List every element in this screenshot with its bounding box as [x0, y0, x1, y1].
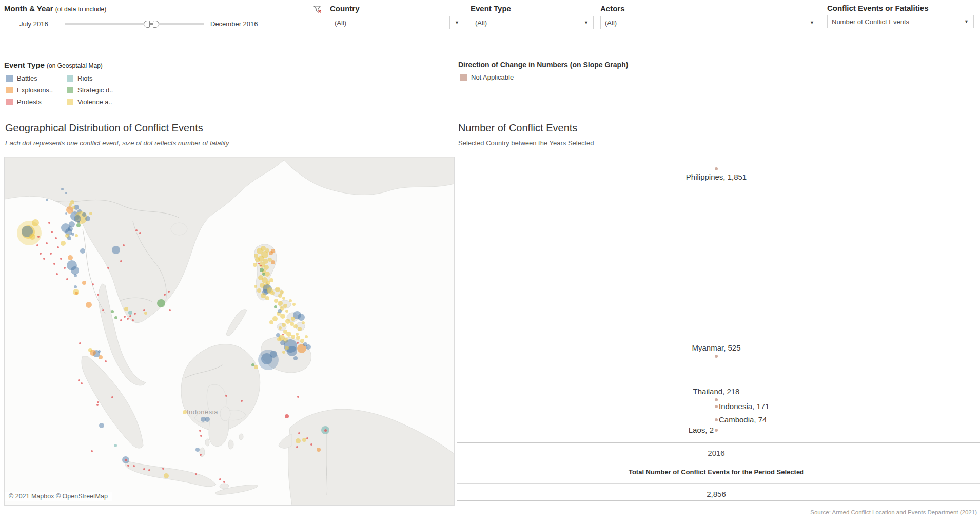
- map-event-dot[interactable]: [79, 342, 81, 344]
- slope-dot-thailand[interactable]: [715, 398, 718, 401]
- slider-handle-left[interactable]: [144, 21, 150, 28]
- map-event-dot[interactable]: [282, 297, 285, 300]
- map-event-dot[interactable]: [324, 429, 327, 432]
- map-event-dot[interactable]: [296, 446, 298, 448]
- map-event-dot[interactable]: [254, 285, 257, 288]
- map-event-dot[interactable]: [271, 249, 275, 253]
- map-event-dot[interactable]: [254, 365, 258, 369]
- map-event-dot[interactable]: [60, 258, 62, 260]
- map-event-dot[interactable]: [133, 465, 135, 467]
- map-event-dot[interactable]: [57, 246, 59, 248]
- map-event-dot[interactable]: [96, 404, 99, 406]
- map-event-dot[interactable]: [302, 321, 305, 324]
- map-event-dot[interactable]: [144, 312, 147, 315]
- map-event-dot[interactable]: [168, 291, 170, 293]
- map-event-dot[interactable]: [53, 263, 55, 265]
- map-event-dot[interactable]: [280, 314, 285, 319]
- map-event-dot[interactable]: [36, 244, 38, 246]
- map-event-dot[interactable]: [241, 400, 243, 402]
- actors-dropdown-arrow-icon[interactable]: ▼: [805, 16, 819, 29]
- slope-dot-philippines[interactable]: [715, 167, 718, 170]
- map-event-dot[interactable]: [91, 450, 93, 452]
- map-event-dot[interactable]: [269, 278, 273, 282]
- map-event-dot[interactable]: [99, 355, 103, 359]
- map-event-dot[interactable]: [223, 481, 225, 483]
- map-event-dot[interactable]: [270, 291, 275, 295]
- country-dropdown-arrow-icon[interactable]: ▼: [449, 16, 464, 29]
- map-event-dot[interactable]: [260, 265, 262, 266]
- map-event-dot[interactable]: [51, 231, 53, 233]
- map-event-dot[interactable]: [306, 437, 308, 439]
- legend-item-violence[interactable]: Violence a..: [67, 98, 124, 106]
- map-event-dot[interactable]: [129, 315, 131, 317]
- map-event-dot[interactable]: [293, 324, 298, 328]
- map-event-dot[interactable]: [124, 307, 128, 311]
- map-event-dot[interactable]: [111, 310, 114, 313]
- map-event-dot[interactable]: [148, 469, 150, 471]
- map-event-dot[interactable]: [123, 244, 125, 246]
- map-event-dot[interactable]: [120, 319, 122, 321]
- map-event-dot[interactable]: [134, 313, 136, 315]
- map-event-dot[interactable]: [61, 241, 66, 246]
- map-event-dot[interactable]: [282, 334, 284, 335]
- map-event-dot[interactable]: [82, 212, 86, 217]
- map-event-dot[interactable]: [300, 339, 304, 343]
- map-event-dot[interactable]: [61, 188, 64, 190]
- map-event-dot[interactable]: [75, 234, 78, 237]
- map-event-dot[interactable]: [124, 316, 126, 318]
- map-event-dot[interactable]: [298, 314, 305, 321]
- map-event-dot[interactable]: [82, 281, 86, 285]
- slope-dot-cambodia[interactable]: [715, 418, 718, 421]
- map-event-dot[interactable]: [298, 432, 300, 434]
- map-event-dot[interactable]: [74, 285, 77, 288]
- event-type-dropdown-arrow-icon[interactable]: ▼: [579, 16, 593, 29]
- legend-item-battles[interactable]: Battles: [6, 74, 63, 82]
- actors-filter-dropdown[interactable]: (All) ▼: [600, 16, 819, 29]
- map-event-dot[interactable]: [65, 212, 67, 215]
- map-event-dot[interactable]: [253, 263, 257, 267]
- map-event-dot[interactable]: [97, 401, 99, 403]
- geo-map[interactable]: Indonesia © 2021 Mapbox © OpenStreetMap: [4, 157, 455, 506]
- map-event-dot[interactable]: [282, 351, 285, 354]
- map-event-dot[interactable]: [46, 242, 48, 244]
- slider-handle-right[interactable]: [153, 21, 159, 28]
- map-event-dot[interactable]: [127, 465, 129, 467]
- map-event-dot[interactable]: [291, 317, 295, 321]
- map-event-dot[interactable]: [75, 292, 78, 295]
- map-event-dot[interactable]: [164, 294, 166, 296]
- map-event-dot[interactable]: [195, 473, 197, 475]
- map-event-dot[interactable]: [114, 444, 117, 447]
- map-event-dot[interactable]: [37, 236, 40, 238]
- map-event-dot[interactable]: [282, 323, 286, 327]
- map-event-dot[interactable]: [195, 448, 200, 452]
- map-event-dot[interactable]: [278, 301, 283, 306]
- map-event-dot[interactable]: [114, 316, 117, 319]
- map-event-dot[interactable]: [296, 438, 301, 443]
- map-event-dot[interactable]: [81, 382, 83, 384]
- map-event-dot[interactable]: [257, 288, 261, 293]
- map-event-dot[interactable]: [65, 192, 67, 194]
- map-event-dot[interactable]: [269, 320, 273, 324]
- legend-item-not-applicable[interactable]: Not Applicable: [460, 73, 563, 81]
- map-event-dot[interactable]: [111, 396, 113, 398]
- map-event-dot[interactable]: [55, 237, 57, 239]
- map-attribution[interactable]: © 2021 Mapbox © OpenStreetMap: [5, 492, 112, 501]
- map-event-dot[interactable]: [296, 336, 300, 340]
- map-event-dot[interactable]: [310, 443, 312, 446]
- map-event-dot[interactable]: [135, 229, 138, 231]
- map-event-dot[interactable]: [46, 199, 48, 201]
- legend-item-protests[interactable]: Protests: [6, 98, 63, 106]
- map-event-dot[interactable]: [68, 255, 73, 260]
- map-event-dot[interactable]: [164, 473, 169, 478]
- map-event-dot[interactable]: [305, 335, 308, 338]
- map-event-dot[interactable]: [92, 283, 94, 285]
- map-event-dot[interactable]: [278, 294, 282, 298]
- map-event-dot[interactable]: [297, 342, 299, 344]
- map-event-dot[interactable]: [72, 206, 75, 209]
- filter-exclude-icon[interactable]: [313, 5, 322, 14]
- map-event-dot[interactable]: [68, 226, 73, 231]
- map-event-dot[interactable]: [128, 311, 132, 315]
- map-event-dot[interactable]: [274, 305, 277, 308]
- map-event-dot[interactable]: [89, 212, 92, 215]
- map-event-dot[interactable]: [297, 396, 299, 398]
